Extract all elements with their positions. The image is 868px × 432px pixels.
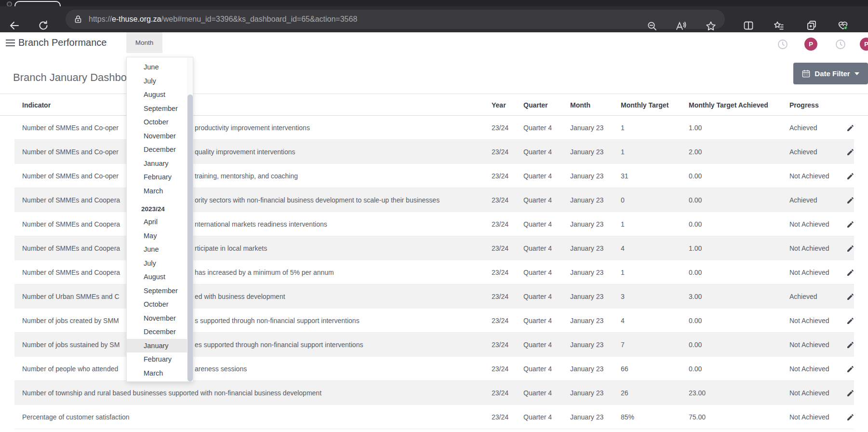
dropdown-item-march[interactable]: March [127, 184, 188, 198]
edit-pencil-icon[interactable] [846, 172, 855, 180]
monthly-target-cell: 7 [621, 333, 625, 357]
dropdown-item-september[interactable]: September [127, 284, 188, 298]
lock-icon[interactable] [73, 14, 83, 24]
browser-essentials-icon[interactable] [837, 20, 849, 31]
indicator-cell-continued: has increased by a minimum of 5% per ann… [195, 260, 334, 284]
quarter-cell: Quarter 4 [523, 309, 552, 333]
year-cell: 23/24 [492, 236, 508, 260]
month-cell: January 23 [570, 284, 603, 309]
dropdown-item-december[interactable]: December [127, 325, 188, 339]
favorite-star-icon[interactable] [705, 20, 717, 32]
monthly-target-cell: 1 [621, 260, 625, 284]
indicator-cell: Number of SMMEs and Co-oper [22, 164, 119, 188]
edit-pencil-icon[interactable] [846, 293, 855, 301]
duplicate-tab-icon[interactable] [806, 20, 817, 31]
calendar-icon [802, 69, 810, 78]
dropdown-item-november[interactable]: November [127, 129, 188, 143]
dropdown-item-september[interactable]: September [127, 102, 188, 116]
indicator-cell-continued: areness sessions [195, 357, 247, 381]
monthly-target-cell: 85% [621, 405, 634, 429]
monthly-target-cell: 0 [621, 188, 625, 212]
monthly-target-achieved-cell: 3.00 [689, 284, 702, 309]
monthly-target-achieved-cell: 23.00 [689, 381, 706, 405]
dropdown-item-february[interactable]: February [127, 352, 188, 366]
col-quarter: Quarter [523, 94, 548, 116]
month-cell: January 23 [570, 333, 603, 357]
split-screen-icon[interactable] [743, 20, 754, 31]
edit-pencil-icon[interactable] [846, 244, 855, 253]
year-cell: 23/24 [492, 405, 508, 429]
user-avatar[interactable]: P [860, 38, 868, 51]
month-cell: January 23 [570, 188, 603, 212]
edit-pencil-icon[interactable] [846, 413, 855, 421]
page-title: Branch January Dashboard [13, 71, 142, 84]
edit-pencil-icon[interactable] [846, 220, 855, 229]
dropdown-item-june[interactable]: June [127, 60, 188, 74]
browser-toolbar: https://e-thuse.org.za/web#menu_id=3396&… [0, 6, 868, 32]
edit-pencil-icon[interactable] [846, 341, 855, 349]
edit-pencil-icon[interactable] [846, 365, 855, 373]
date-filter-button[interactable]: Date Filter [793, 63, 868, 84]
url-scheme: https:// [89, 15, 112, 23]
quarter-cell: Quarter 4 [523, 164, 552, 188]
user-avatar[interactable]: P [804, 38, 817, 51]
indicator-cell: Number of SMMEs and Co-oper [22, 116, 119, 140]
dropdown-item-february[interactable]: February [127, 170, 188, 184]
dropdown-item-july[interactable]: July [127, 74, 188, 88]
quarter-cell: Quarter 4 [523, 284, 552, 309]
address-bar[interactable]: https://e-thuse.org.za/web#menu_id=3396&… [66, 10, 725, 29]
edit-pencil-icon[interactable] [846, 269, 855, 277]
dropdown-item-october[interactable]: October [127, 297, 188, 311]
dropdown-scrollbar[interactable] [187, 57, 193, 381]
read-aloud-icon[interactable] [675, 20, 686, 32]
dropdown-item-january[interactable]: January [127, 339, 188, 353]
monthly-target-cell: 4 [621, 236, 625, 260]
month-menu-button[interactable]: Month [126, 32, 162, 53]
month-cell: January 23 [570, 140, 603, 164]
dropdown-item-june[interactable]: June [127, 243, 188, 256]
col-indicator: Indicator [22, 94, 51, 116]
zoom-out-icon[interactable] [646, 20, 658, 32]
dropdown-item-april[interactable]: April [127, 215, 188, 229]
monthly-target-achieved-cell: 2.00 [689, 140, 702, 164]
year-cell: 23/24 [492, 357, 508, 381]
edit-pencil-icon[interactable] [846, 317, 855, 325]
quarter-cell: Quarter 4 [523, 381, 552, 405]
activity-clock-icon[interactable] [777, 39, 788, 50]
dropdown-item-november[interactable]: November [127, 311, 188, 325]
year-cell: 23/24 [492, 188, 508, 212]
indicator-cell-continued: nternational markets readiness intervent… [195, 212, 327, 236]
url-path: /web#menu_id=3396&ks_dashboard_id=65&act… [161, 15, 357, 23]
hamburger-menu-icon[interactable] [6, 40, 15, 47]
back-icon[interactable] [9, 20, 20, 31]
dropdown-item-january[interactable]: January [127, 157, 188, 171]
monthly-target-achieved-cell: 0.00 [689, 164, 702, 188]
dropdown-scrollbar-thumb[interactable] [187, 94, 193, 381]
indicator-cell-continued: es supported through non-financial suppo… [195, 333, 363, 357]
edit-pencil-icon[interactable] [846, 124, 855, 132]
year-cell: 23/24 [492, 140, 508, 164]
quarter-cell: Quarter 4 [523, 236, 552, 260]
year-cell: 23/24 [492, 333, 508, 357]
dropdown-item-august[interactable]: August [127, 270, 188, 284]
dropdown-item-october[interactable]: October [127, 115, 188, 129]
dropdown-item-december[interactable]: December [127, 143, 188, 157]
date-filter-label: Date Filter [815, 69, 850, 78]
dropdown-item-march[interactable]: March [127, 366, 188, 380]
activity-clock-icon[interactable] [835, 39, 846, 50]
progress-cell: Achieved [789, 140, 817, 164]
url-domain: e-thuse.org.za [112, 15, 161, 23]
refresh-icon[interactable] [38, 20, 49, 31]
dropdown-item-july[interactable]: July [127, 256, 188, 270]
dropdown-item-august[interactable]: August [127, 88, 188, 102]
edit-pencil-icon[interactable] [846, 196, 855, 204]
quarter-cell: Quarter 4 [523, 212, 552, 236]
edit-pencil-icon[interactable] [846, 389, 855, 397]
collections-icon[interactable] [773, 20, 785, 31]
month-cell: January 23 [570, 212, 603, 236]
monthly-target-cell: 3 [621, 284, 625, 309]
dropdown-item-may[interactable]: May [127, 229, 188, 243]
indicator-cell: Number of township and rural based busin… [22, 381, 321, 405]
indicator-cell: Number of SMMEs and Coopera [22, 260, 120, 284]
edit-pencil-icon[interactable] [846, 148, 855, 156]
